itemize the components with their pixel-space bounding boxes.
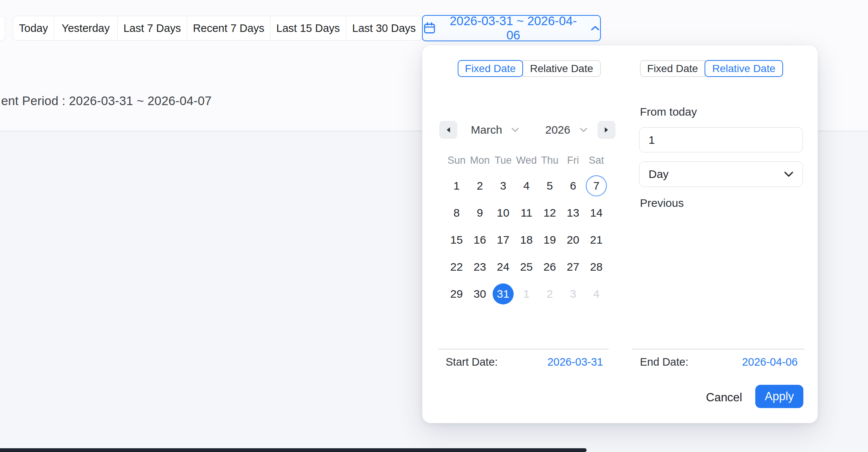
- chevron-up-icon: [590, 25, 600, 32]
- calendar-day[interactable]: 10: [491, 199, 515, 226]
- calendar-day: 3: [561, 280, 585, 307]
- start-mode-tabs: Fixed Date Relative Date: [458, 60, 601, 77]
- preset-recent-7-days-button[interactable]: Recent 7 Days: [187, 16, 271, 40]
- previous-month-button[interactable]: [439, 121, 457, 139]
- chevron-down-icon: [784, 171, 794, 177]
- preset-last-15-days-button[interactable]: Last 15 Days: [271, 16, 346, 40]
- calendar-day[interactable]: 25: [515, 253, 538, 280]
- next-month-button[interactable]: [597, 121, 615, 139]
- weekday-row: SunMonTueWedThuFriSat: [445, 153, 608, 168]
- start-date-label: Start Date:: [446, 356, 498, 368]
- weekday-label: Fri: [561, 153, 585, 168]
- calendar-grid: 1234567891011121314151617181920212223242…: [445, 172, 608, 307]
- relative-amount-input[interactable]: [639, 127, 803, 152]
- preset-last-30-days-button[interactable]: Last 30 Days: [346, 16, 422, 40]
- calendar-day[interactable]: 16: [468, 226, 491, 253]
- calendar-day[interactable]: 15: [445, 226, 468, 253]
- calendar-day[interactable]: 4: [515, 172, 538, 199]
- year-label: 2026: [545, 124, 570, 136]
- calendar-day[interactable]: 22: [445, 253, 468, 280]
- calendar-day[interactable]: 5: [538, 172, 561, 199]
- calendar-day[interactable]: 30: [468, 280, 491, 307]
- left-triangle-icon: [446, 127, 451, 133]
- start-divider: [438, 349, 609, 350]
- calendar-day[interactable]: 19: [538, 226, 561, 253]
- chevron-down-icon: [579, 127, 588, 133]
- end-divider: [632, 349, 804, 350]
- month-label: March: [471, 124, 502, 136]
- calendar-header: March 2026: [439, 121, 615, 139]
- calendar-day[interactable]: 28: [585, 253, 608, 280]
- calendar-day[interactable]: 27: [561, 253, 585, 280]
- calendar-day[interactable]: 18: [515, 226, 538, 253]
- month-select[interactable]: March: [471, 121, 519, 139]
- cancel-button[interactable]: Cancel: [700, 389, 748, 406]
- calendar-day[interactable]: 7: [585, 172, 608, 199]
- date-picker-panel: Fixed Date Relative Date Fixed Date Rela…: [422, 45, 818, 423]
- calendar-day: 1: [515, 280, 538, 307]
- preset-button-group: Today Yesterday Last 7 Days Recent 7 Day…: [13, 16, 422, 41]
- year-select[interactable]: 2026: [545, 121, 588, 139]
- end-mode-tabs: Fixed Date Relative Date: [640, 60, 783, 77]
- end-date-value[interactable]: 2026-04-06: [742, 356, 798, 368]
- current-period-text: ent Period : 2026-03-31 ~ 2026-04-07: [1, 94, 212, 108]
- from-today-label: From today: [640, 105, 697, 118]
- weekday-label: Tue: [491, 153, 515, 168]
- calendar-day[interactable]: 12: [538, 199, 561, 226]
- weekday-label: Sun: [445, 153, 468, 168]
- preset-yesterday-button[interactable]: Yesterday: [54, 16, 118, 40]
- weekday-label: Thu: [538, 153, 561, 168]
- apply-button[interactable]: Apply: [755, 385, 803, 408]
- calendar-day[interactable]: 9: [468, 199, 491, 226]
- calendar-day[interactable]: 31: [491, 280, 515, 307]
- calendar-day[interactable]: 20: [561, 226, 585, 253]
- date-range-button[interactable]: 2026-03-31 ~ 2026-04-06: [422, 15, 601, 41]
- calendar-day[interactable]: 14: [585, 199, 608, 226]
- end-relative-date-tab[interactable]: Relative Date: [705, 60, 783, 77]
- start-relative-date-tab[interactable]: Relative Date: [522, 60, 601, 77]
- weekday-label: Sat: [585, 153, 608, 168]
- calendar-day[interactable]: 8: [445, 199, 468, 226]
- calendar-day[interactable]: 11: [515, 199, 538, 226]
- end-fixed-date-tab[interactable]: Fixed Date: [640, 60, 705, 77]
- calendar-day: 2: [538, 280, 561, 307]
- calendar-day[interactable]: 29: [445, 280, 468, 307]
- unit-label: Day: [649, 168, 668, 181]
- calendar-icon: [423, 21, 436, 35]
- calendar-day[interactable]: 17: [491, 226, 515, 253]
- weekday-label: Wed: [515, 153, 538, 168]
- horizontal-scrollbar-thumb[interactable]: [0, 448, 587, 452]
- calendar-day[interactable]: 24: [491, 253, 515, 280]
- calendar-day[interactable]: 21: [585, 226, 608, 253]
- chevron-down-icon: [511, 127, 519, 133]
- calendar-day[interactable]: 13: [561, 199, 585, 226]
- right-triangle-icon: [604, 127, 609, 133]
- end-date-label: End Date:: [640, 356, 688, 368]
- calendar-day[interactable]: 3: [491, 172, 515, 199]
- preset-today-button[interactable]: Today: [13, 16, 54, 40]
- calendar-day[interactable]: 1: [445, 172, 468, 199]
- calendar-day[interactable]: 26: [538, 253, 561, 280]
- relative-unit-select[interactable]: Day: [639, 161, 803, 187]
- preset-last-7-days-button[interactable]: Last 7 Days: [118, 16, 187, 40]
- date-range-label: 2026-03-31 ~ 2026-04-06: [443, 14, 584, 42]
- start-date-value[interactable]: 2026-03-31: [547, 356, 603, 368]
- calendar-day[interactable]: 6: [561, 172, 585, 199]
- calendar-day[interactable]: 2: [468, 172, 491, 199]
- weekday-label: Mon: [468, 153, 491, 168]
- calendar-day: 4: [585, 280, 608, 307]
- clipped-button-fragment[interactable]: [0, 16, 5, 41]
- calendar-day[interactable]: 23: [468, 253, 491, 280]
- previous-label: Previous: [640, 197, 684, 209]
- start-fixed-date-tab[interactable]: Fixed Date: [458, 60, 523, 77]
